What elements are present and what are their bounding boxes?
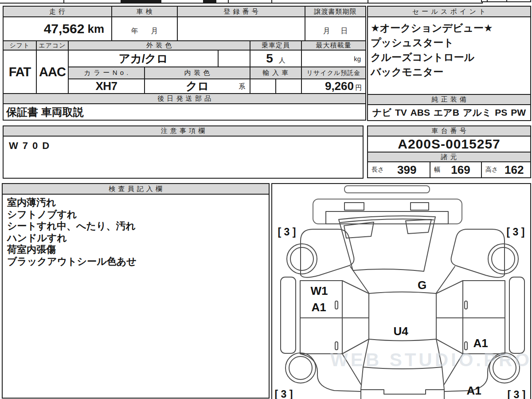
spec-height-cell: 高さ 162 <box>481 161 531 178</box>
wheel-front-left-inner <box>290 247 313 270</box>
top-remnant-cell <box>156 0 229 4</box>
wheel-front-right <box>488 244 518 274</box>
diagram-label: A1 <box>466 384 481 397</box>
wheel-rear-right <box>489 353 520 383</box>
wheel-front-right-inner <box>492 247 515 270</box>
inspector-note-item: ブラックアウトシール色あせ <box>7 256 264 268</box>
top-remnant-cell <box>368 0 483 4</box>
mileage-value: 47,562km <box>3 16 112 41</box>
equipment-item: ナビ <box>372 106 391 119</box>
sales-points-list: ★オークションデビュー★プッシュスタートクルーズコントロールバックモニター <box>367 16 531 95</box>
spec-width-label: 幅 <box>434 166 440 174</box>
recycle-deposit-number: 9,260 <box>325 79 354 93</box>
headlight-right-shape <box>411 203 429 210</box>
wiper-right-shape <box>406 219 431 234</box>
inspector-notes-list: 室内薄汚れシフトノブすれシートすれ中、へたり、汚れハンドルすれ荷室内張傷ブラック… <box>2 194 270 399</box>
quarter-rear-right-line <box>444 354 463 384</box>
top-remnant-text <box>121 0 161 3</box>
door-handle-rear-right <box>465 342 467 350</box>
equipment-item: ABS <box>411 107 430 118</box>
top-remnant-text <box>203 0 216 3</box>
spec-width-cell: 幅 169 <box>430 161 482 178</box>
capacity-header: 乗車定員 <box>250 40 302 51</box>
inspection-year-label: 年 <box>131 27 138 36</box>
spec-length-label: 長さ <box>372 166 384 174</box>
capacity-unit: 人 <box>279 56 286 65</box>
door-handle-front-right <box>465 301 467 309</box>
inspection-value: 年 月 <box>111 16 178 41</box>
diagram-label: U4 <box>393 325 408 338</box>
equipment-item: エアB <box>434 106 459 119</box>
top-remnant-cell <box>487 0 507 2</box>
max-load-header: 最大積載量 <box>301 40 366 51</box>
quarter-rear-left-shape <box>300 354 361 391</box>
spec-length-value: 399 <box>384 163 430 177</box>
rear-bumper-shape <box>361 390 444 399</box>
deadline-month-label: 月 <box>323 27 330 36</box>
inspection-header: 車 検 <box>111 6 178 17</box>
registration-header: 登 録 番 号 <box>177 6 305 17</box>
mileage-header: 走 行 <box>3 6 112 17</box>
exterior-color-extra-cell <box>218 50 250 67</box>
sales-point-item: プッシュスタート <box>371 35 528 50</box>
headlight-left-shape <box>344 203 364 210</box>
inspector-note-item: シートすれ中、へたり、汚れ <box>7 220 264 232</box>
spec-height-value: 162 <box>498 163 530 177</box>
top-remnant-cell <box>271 0 368 4</box>
interior-color-name: クロ <box>186 78 209 94</box>
later-parts-header: 後 日 発 送 部 品 <box>3 93 366 104</box>
shift-header: シフト <box>3 40 37 51</box>
max-load-value: kg <box>301 50 366 67</box>
equipment-item: PS <box>495 107 507 118</box>
caution-notes-value: W70D <box>3 136 364 179</box>
deadline-day-label: 日 <box>340 27 348 36</box>
transfer-deadline-value: 月 日 <box>305 16 366 41</box>
interior-color-value: クロ 系 <box>144 78 250 94</box>
sales-point-item: クルーズコントロール <box>371 50 528 65</box>
sales-points-header: セ ー ル ス ポ イ ン ト <box>367 6 531 17</box>
inspection-month-label: 月 <box>151 27 158 36</box>
inspector-note-item: 荷室内張傷 <box>7 244 264 256</box>
sales-point-item: バックモニター <box>371 65 528 79</box>
door-handle-front-left <box>335 301 338 309</box>
chassis-number-header: 車 台 番 号 <box>367 125 531 137</box>
equipment-item: アルミ <box>463 106 491 119</box>
door-handle-rear-left <box>335 342 338 350</box>
window-left-rear-line <box>342 339 369 354</box>
color-no-value: XH7 <box>68 78 145 94</box>
rear-window-line <box>363 367 442 369</box>
import-car-header: 輸 入 車 <box>250 66 302 79</box>
exterior-color-value: アカ/クロ <box>68 50 219 67</box>
quarter-rear-left-line <box>342 354 361 384</box>
equipment-item: TV <box>395 107 407 118</box>
top-remnant-cell <box>0 0 65 4</box>
spec-height-label: 高さ <box>485 166 498 174</box>
import-car-cell-a <box>250 78 276 94</box>
sales-point-item: ★オークションデビュー★ <box>371 21 528 35</box>
diagram-label: [ 3 ] <box>507 226 525 238</box>
inspector-note-item: ハンドルすれ <box>7 232 264 244</box>
rocker-right-shape <box>509 277 524 353</box>
inspector-note-item: 室内薄汚れ <box>7 197 264 209</box>
transfer-deadline-header: 譲渡書類期限 <box>305 6 366 17</box>
equipment-item: PW <box>511 107 526 118</box>
later-parts-value: 保証書 車両取説 <box>3 103 366 121</box>
capacity-number: 5 <box>266 51 273 66</box>
color-no-header: カ ラ ー N o . <box>68 66 145 79</box>
wheel-rear-right-inner <box>493 356 516 379</box>
exterior-color-header: 外 装 色 <box>68 40 250 51</box>
front-bumper-shape <box>344 186 430 193</box>
registration-value <box>177 16 305 41</box>
auction-sheet: 走 行 車 検 登 録 番 号 譲渡書類期限 47,562km 年 月 月 日 … <box>0 0 532 399</box>
roof-rear-line <box>369 339 436 341</box>
specs-header: 諸 元 <box>367 152 531 162</box>
window-right-rear-line <box>436 339 463 354</box>
recycle-deposit-unit: 円 <box>355 84 362 92</box>
tailgate-left-line <box>361 367 363 390</box>
diagram-label: A1 <box>311 301 326 314</box>
windshield-trim-line <box>340 219 434 223</box>
wheel-rear-left-inner <box>289 356 312 379</box>
chassis-number-value: A200S-0015257 <box>367 136 531 153</box>
diagram-label: W1 <box>311 284 328 297</box>
mileage-unit: km <box>87 22 104 36</box>
